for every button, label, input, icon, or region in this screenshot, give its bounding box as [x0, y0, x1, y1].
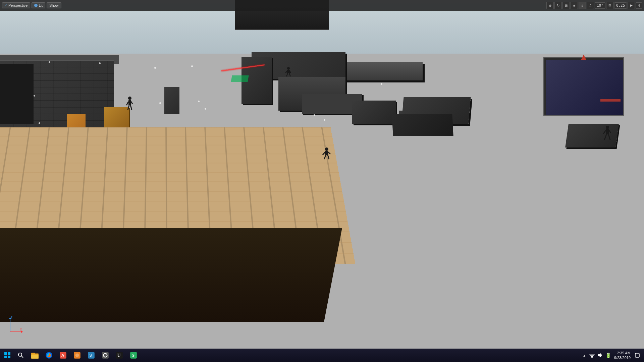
svg-text:U: U [117, 353, 120, 358]
toolbar-scale-btn[interactable]: ⊞ [562, 2, 570, 9]
rotate-icon: ↻ [557, 4, 559, 7]
tray-clock[interactable]: 2:35 AM 9/23/2019 [613, 351, 632, 360]
snap-value: 0.25 [616, 3, 625, 8]
taskbar-app-unreal[interactable]: U [113, 349, 126, 362]
svg-line-16 [324, 155, 326, 159]
floor-marking [231, 75, 249, 82]
svg-line-10 [286, 73, 288, 76]
toolbar-snap-btn[interactable]: ⊡ [606, 2, 613, 9]
svg-text:x: x [20, 327, 22, 331]
taskbar-app-4[interactable] [70, 349, 84, 362]
tray-icon-sound[interactable] [597, 352, 603, 359]
svg-line-3 [131, 102, 132, 104]
camera-value: 4 [638, 3, 640, 8]
wood-platform-side [0, 228, 342, 322]
svg-line-5 [130, 105, 132, 110]
3d-viewport[interactable]: z x - ✓ Perspective Lit Show ⊕ ↻ [0, 0, 644, 349]
left-overhang [0, 64, 34, 124]
taskbar: A S U [0, 349, 644, 362]
character-2 [285, 67, 292, 77]
floor-dot [191, 65, 193, 67]
svg-point-0 [128, 97, 131, 100]
svg-line-14 [323, 152, 325, 155]
svg-rect-1 [128, 100, 131, 105]
tray-expand-button[interactable]: ▲ [581, 354, 587, 357]
perspective-label: Perspective [8, 3, 28, 7]
svg-rect-39 [31, 353, 35, 354]
taskbar-app-3[interactable]: A [56, 349, 70, 362]
svg-rect-32 [8, 352, 10, 355]
floor-dot [205, 108, 206, 110]
floor-dot [314, 114, 315, 116]
scale-icon: ⊞ [565, 4, 568, 7]
svg-line-9 [290, 71, 291, 73]
svg-rect-7 [287, 70, 290, 73]
floor-dot [99, 62, 101, 64]
svg-rect-33 [4, 356, 7, 358]
taskbar-apps-area: A S U [27, 349, 579, 362]
floor-dot [159, 102, 161, 104]
translate-icon: ⊕ [549, 4, 551, 7]
svg-line-15 [328, 152, 330, 154]
taskbar-app-5[interactable]: S [85, 349, 98, 362]
taskbar-app-6[interactable] [99, 349, 112, 362]
svg-point-6 [287, 67, 290, 70]
lit-label: Lit [39, 3, 43, 7]
svg-point-12 [325, 147, 328, 151]
obstacle-slab-right2 [392, 114, 453, 136]
snap-angle-icon: ∠ [589, 4, 592, 7]
toolbar-snap-angle-btn[interactable]: ∠ [587, 2, 594, 9]
svg-text:A: A [61, 353, 65, 358]
character-3 [322, 147, 331, 161]
red-indicator-right [600, 99, 621, 102]
floor-dot [39, 122, 40, 124]
svg-line-23 [608, 134, 610, 140]
svg-line-36 [21, 356, 23, 358]
svg-rect-48 [102, 352, 109, 359]
grid-value-display[interactable]: 10° [595, 2, 605, 9]
show-label: Show [49, 3, 59, 7]
tray-icon-network[interactable] [589, 352, 595, 359]
show-button[interactable]: Show [47, 2, 61, 8]
perspective-check-icon: ✓ [5, 4, 7, 7]
toolbar-mode-btn[interactable]: ◈ [571, 2, 578, 9]
toolbar-rotate-btn[interactable]: ↻ [554, 2, 562, 9]
svg-rect-31 [4, 352, 7, 355]
svg-text:S: S [90, 353, 92, 357]
svg-line-4 [128, 105, 129, 110]
toolbar-camera-btn[interactable]: ▶ [628, 2, 635, 9]
taskbar-app-8[interactable]: G [127, 349, 140, 362]
svg-line-21 [609, 130, 611, 133]
floor-dot [198, 101, 200, 102]
toolbar-translate-btn[interactable]: ⊕ [546, 2, 554, 9]
top-right-toolbar: ⊕ ↻ ⊞ ◈ # ∠ 10° ⊡ 0.25 ▶ 4 [544, 0, 644, 11]
lit-icon [34, 4, 38, 7]
snap-value-display[interactable]: 0.25 [614, 2, 627, 9]
floor-dot [324, 119, 325, 121]
svg-rect-34 [8, 356, 10, 358]
toolbar-grid-snap-btn[interactable]: # [579, 2, 586, 9]
svg-line-20 [603, 130, 606, 134]
mode-icon: ◈ [573, 4, 576, 7]
camera-value-display[interactable]: 4 [636, 2, 642, 9]
axis-indicator: z x - [3, 315, 20, 332]
tray-notifications-button[interactable] [633, 349, 641, 362]
lit-button[interactable]: Lit [32, 2, 45, 8]
search-button[interactable] [15, 349, 27, 362]
system-tray: ▲ 🔋 2:35 AM 9/23/2019 [579, 349, 644, 362]
svg-marker-57 [598, 353, 601, 357]
perspective-button[interactable]: ✓ Perspective [2, 2, 30, 8]
svg-line-8 [285, 71, 287, 73]
tray-icon-battery[interactable]: 🔋 [605, 352, 611, 359]
snap-icon: ⊡ [608, 4, 611, 7]
tray-date-value: 9/23/2019 [614, 355, 631, 360]
grid-snap-icon: # [581, 4, 583, 7]
taskbar-app-firefox[interactable] [42, 349, 56, 362]
camera-icon: ▶ [630, 4, 633, 7]
svg-line-2 [126, 102, 128, 105]
floor-dot [34, 95, 35, 97]
taskbar-app-explorer[interactable] [28, 349, 42, 362]
svg-rect-38 [31, 355, 39, 359]
start-button[interactable] [0, 349, 15, 362]
svg-rect-13 [325, 151, 328, 155]
